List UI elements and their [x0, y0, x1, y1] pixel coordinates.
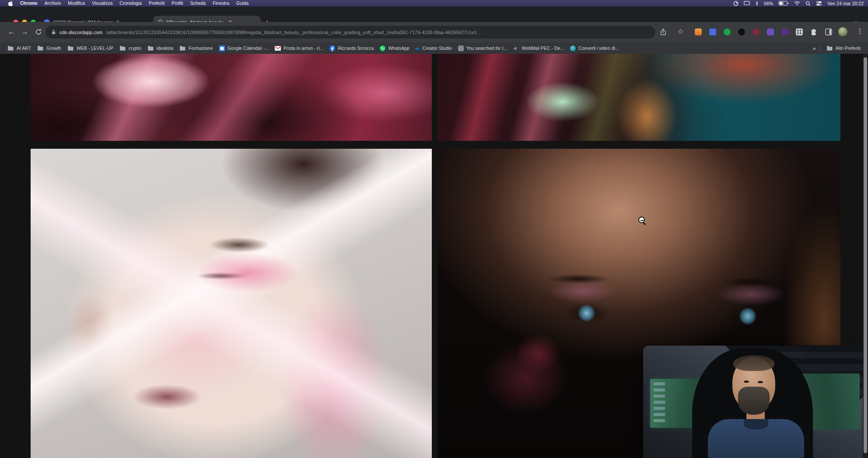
- bookmark-whatsapp[interactable]: WhatsApp: [377, 44, 412, 52]
- macos-menu-bar: Chrome Archivio Modifica Visualizza Cron…: [0, 0, 868, 7]
- violet-extension-icon[interactable]: [781, 28, 788, 35]
- menu-modifica[interactable]: Modifica: [64, 0, 88, 7]
- bookmark-facebook-profile[interactable]: Riccardo Scrocca: [326, 44, 377, 52]
- bookmarks-bar: AI ART Growth WEB - LEVEL-UP crypto idea…: [0, 42, 868, 54]
- background-monitor-left-icons: [654, 382, 665, 424]
- google-calendar-icon: [219, 45, 225, 51]
- menu-preferiti[interactable]: Preferiti: [145, 0, 168, 7]
- dark-extension-icon[interactable]: [738, 28, 745, 35]
- converter-site-icon: [570, 45, 576, 51]
- chrome-menu-kebab-icon[interactable]: ⋮: [857, 27, 863, 35]
- obs-status-icon[interactable]: [733, 1, 738, 6]
- menu-bar-clock[interactable]: Ven 24 mar 20:22: [827, 1, 864, 6]
- metamask-extension-icon[interactable]: [695, 28, 702, 35]
- generic-site-icon: [458, 45, 464, 51]
- bookmark-you-searched[interactable]: You searched for I...: [455, 44, 511, 52]
- apple-menu-icon[interactable]: [4, 0, 17, 7]
- battery-percent: 56%: [764, 1, 773, 6]
- bookmark-folder-web-level-up[interactable]: WEB - LEVEL-UP: [64, 44, 116, 52]
- presenter-eye: [758, 381, 763, 383]
- extensions-puzzle-icon[interactable]: [810, 28, 817, 35]
- folder-icon: [37, 45, 44, 51]
- speaker-icon: [513, 45, 519, 51]
- facebook-icon: [329, 45, 335, 51]
- url-path: /attachments/1013512335442333816/1088905…: [106, 30, 650, 35]
- presenter-hair: [733, 355, 774, 371]
- folder-icon: [147, 45, 154, 51]
- maroon-extension-icon[interactable]: [752, 28, 760, 35]
- control-center-icon[interactable]: [816, 1, 822, 6]
- zoom-out-cursor: [638, 217, 645, 223]
- spotlight-search-icon[interactable]: [805, 1, 811, 6]
- menu-profili[interactable]: Profili: [168, 0, 186, 7]
- side-panel-icon[interactable]: [825, 28, 832, 35]
- generated-image-bottom-left: [31, 149, 432, 458]
- bookmark-converti-video[interactable]: Converti i video di...: [567, 44, 622, 52]
- bookmark-folder-crypto[interactable]: crypto: [116, 44, 144, 52]
- address-bar[interactable]: cdn.discordapp.com/attachments/101351233…: [46, 26, 655, 38]
- menu-visualizza[interactable]: Visualizza: [88, 0, 116, 7]
- menu-cronologia[interactable]: Cronologia: [116, 0, 145, 7]
- url-host: cdn.discordapp.com: [60, 30, 102, 35]
- lock-icon[interactable]: [51, 29, 56, 35]
- bookmark-star-icon[interactable]: ☆: [677, 27, 683, 35]
- folder-icon: [179, 45, 186, 51]
- purple-extension-icon[interactable]: [767, 28, 774, 35]
- bookmark-folder-idealista[interactable]: idealista: [144, 44, 177, 52]
- forward-button[interactable]: →: [21, 28, 28, 35]
- presenter-eye: [744, 381, 749, 383]
- back-button[interactable]: ←: [8, 28, 15, 35]
- gmail-icon: [275, 46, 281, 51]
- presenter-beard: [738, 387, 770, 415]
- bookmark-creator-studio[interactable]: ∞Creator Studio: [413, 44, 455, 52]
- menu-app-name[interactable]: Chrome: [17, 0, 41, 7]
- green-extension-icon[interactable]: [724, 28, 731, 35]
- blue-extension-icon[interactable]: [709, 28, 716, 35]
- menu-guida[interactable]: Guida: [233, 0, 252, 7]
- generated-image-top-right: [438, 54, 840, 141]
- reload-button[interactable]: [35, 28, 42, 35]
- presenter-collar: [744, 419, 768, 430]
- grid-extension-icon[interactable]: [796, 28, 803, 35]
- whatsapp-icon: [380, 45, 385, 51]
- bluetooth-icon[interactable]: [755, 1, 759, 6]
- bookmark-webmail-pec[interactable]: WebMail PEC - De...: [510, 44, 567, 52]
- bookmarks-overflow-chevron[interactable]: »: [813, 45, 816, 52]
- bookmark-folder-ai-art[interactable]: AI ART: [4, 44, 34, 52]
- share-icon[interactable]: [660, 28, 667, 36]
- folder-icon: [119, 45, 126, 51]
- bookmarks-separator: [819, 45, 820, 51]
- menu-finestra[interactable]: Finestra: [209, 0, 233, 7]
- bookmark-folder-growth[interactable]: Growth: [34, 44, 64, 52]
- scrollbar-thumb[interactable]: [864, 57, 867, 453]
- battery-icon[interactable]: [778, 1, 789, 6]
- chrome-toolbar: ← → cdn.discordapp.com/attachments/10135…: [0, 22, 868, 42]
- other-bookmarks-folder[interactable]: Altri Preferiti: [823, 44, 864, 52]
- menu-scheda[interactable]: Scheda: [187, 0, 210, 7]
- generated-image-top-left: [31, 54, 432, 141]
- folder-icon: [826, 45, 833, 51]
- menu-archivio[interactable]: Archivio: [41, 0, 64, 7]
- extensions-row: [695, 28, 817, 35]
- bookmark-folder-formazione[interactable]: Formazione: [176, 44, 216, 52]
- meta-infinity-icon: ∞: [416, 45, 420, 51]
- chrome-tab-strip: (2762) Discord | @Midjourney ✕ MRregista…: [0, 7, 868, 22]
- folder-icon: [7, 45, 14, 51]
- webcam-overlay: [643, 346, 863, 458]
- bookmark-google-calendar[interactable]: Google Calendar -...: [216, 44, 272, 52]
- profile-avatar[interactable]: [838, 27, 847, 36]
- bookmark-gmail-inbox[interactable]: Posta in arrivo - ri...: [272, 44, 326, 52]
- page-scrollbar[interactable]: [863, 54, 868, 458]
- folder-icon: [67, 45, 74, 51]
- wifi-icon[interactable]: [794, 1, 800, 6]
- display-icon[interactable]: [744, 1, 750, 6]
